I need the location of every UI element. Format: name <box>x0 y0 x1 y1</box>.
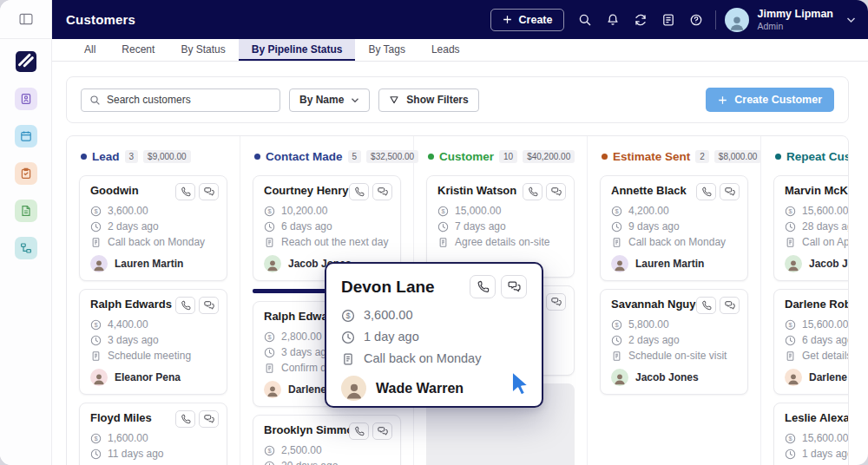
customer-card[interactable]: Savannah Nguyen $5,800.00 2 days ago Sch… <box>600 289 748 395</box>
help-icon[interactable] <box>684 8 708 32</box>
amount-icon: $ <box>785 206 796 217</box>
column-title: Customer <box>439 150 494 163</box>
clock-icon <box>90 221 102 232</box>
column-cards: Goodwin $3,600.00 2 days ago Call back o… <box>79 175 227 465</box>
note-icon <box>90 237 102 248</box>
avatar <box>785 369 802 386</box>
calendar-icon[interactable] <box>15 125 37 147</box>
phone-icon <box>354 187 365 197</box>
svg-text:$: $ <box>615 321 618 329</box>
customer-card[interactable]: Brooklyn Simmons $2,500.00 20 days ago <box>253 415 401 465</box>
phone-button[interactable] <box>349 422 369 440</box>
note-icon <box>264 237 275 248</box>
card-amount: 1,600.00 <box>108 431 148 445</box>
column-total-badge: $32,500.00 <box>366 150 418 163</box>
panel-toggle-icon[interactable] <box>14 7 38 31</box>
column-title: Lead <box>92 150 120 163</box>
amount-icon: $ <box>264 445 275 456</box>
note-icon <box>90 350 102 362</box>
amount-icon: $ <box>785 319 796 331</box>
phone-button[interactable] <box>696 183 716 200</box>
card-age: 1 day ago <box>364 329 419 345</box>
phone-button[interactable] <box>349 183 369 200</box>
chat-button[interactable] <box>720 183 740 200</box>
chat-button[interactable] <box>199 410 219 428</box>
contacts-icon[interactable] <box>15 88 37 110</box>
user-role: Admin <box>757 21 833 31</box>
customer-card[interactable]: Floyd Miles $1,600.00 11 days ago Agree … <box>79 403 227 465</box>
phone-button[interactable] <box>696 297 716 314</box>
create-customer-button[interactable]: Create Customer <box>706 88 834 112</box>
pipeline-column: Repeat Customer Marvin McKinney $15,600.… <box>761 136 849 465</box>
customer-card[interactable]: Goodwin $3,600.00 2 days ago Call back o… <box>79 175 227 281</box>
card-title: Darlene Robertson <box>785 298 849 311</box>
card-amount: 3,600.00 <box>108 204 148 218</box>
note-icon <box>785 237 796 248</box>
search-icon[interactable] <box>573 8 597 32</box>
avatar <box>785 255 802 272</box>
tab-by-tags[interactable]: By Tags <box>355 39 418 61</box>
svg-text:$: $ <box>94 435 97 442</box>
documents-icon[interactable] <box>15 200 37 222</box>
chat-button[interactable] <box>199 297 219 314</box>
card-note: Schedule on-site visit <box>628 349 727 363</box>
card-owner: Eleanor Pena <box>115 371 181 383</box>
phone-button[interactable] <box>470 275 496 298</box>
tab-all[interactable]: All <box>71 39 108 61</box>
tab-recent[interactable]: Recent <box>108 39 168 61</box>
tab-by-pipeline-status[interactable]: By Pipeline Status <box>239 39 356 61</box>
search-box <box>81 88 280 112</box>
amount-icon: $ <box>341 309 355 323</box>
amount-icon: $ <box>611 319 622 331</box>
customer-card[interactable]: Annette Black $4,200.00 9 days ago Call … <box>600 175 748 281</box>
chat-icon <box>378 187 388 197</box>
customer-card[interactable]: Ralph Edwards $4,400.00 3 days ago Sched… <box>79 289 227 395</box>
phone-button[interactable] <box>175 410 195 428</box>
svg-text:$: $ <box>345 311 350 320</box>
chat-icon <box>551 187 562 197</box>
chat-button[interactable] <box>720 297 740 314</box>
avatar <box>90 369 108 386</box>
amount-icon: $ <box>437 206 449 217</box>
sort-dropdown[interactable]: By Name <box>289 88 370 112</box>
customer-card[interactable]: Marvin McKinney $15,600.00 28 days ago C… <box>773 175 849 281</box>
svg-text:$: $ <box>267 447 271 455</box>
card-age: 9 days ago <box>628 219 680 233</box>
tasks-icon[interactable] <box>15 162 37 185</box>
card-age: 20 days ago <box>281 459 338 465</box>
tab-by-status[interactable]: By Status <box>168 39 238 61</box>
chat-button[interactable] <box>372 183 392 200</box>
form-icon[interactable] <box>656 8 681 32</box>
tab-leads[interactable]: Leads <box>418 39 473 61</box>
search-icon <box>89 95 101 106</box>
chat-icon <box>204 414 214 424</box>
column-count-badge: 3 <box>125 150 139 163</box>
phone-button[interactable] <box>523 183 542 200</box>
chat-button[interactable] <box>372 422 392 440</box>
pipeline-column: Lead 3 $9,000.00 Goodwin $3,600.00 2 day… <box>67 136 240 465</box>
chevron-down-icon <box>351 97 359 103</box>
sync-icon[interactable] <box>628 8 653 32</box>
phone-button[interactable] <box>175 183 195 200</box>
user-menu[interactable]: Jimmy Lipman Admin <box>725 8 856 32</box>
chat-button[interactable] <box>546 293 566 311</box>
show-filters-button[interactable]: Show Filters <box>378 88 478 112</box>
customer-card[interactable]: Leslie Alexander $15,600.00 1 days ago C… <box>773 403 849 465</box>
chat-button[interactable] <box>199 183 219 200</box>
avatar <box>611 369 628 386</box>
create-button[interactable]: Create <box>490 9 565 31</box>
chat-button[interactable] <box>546 183 566 200</box>
customer-card[interactable]: Darlene Robertson $15,600.00 6 days ago … <box>773 289 849 395</box>
phone-button[interactable] <box>175 297 195 314</box>
search-input[interactable] <box>107 94 272 106</box>
svg-text:$: $ <box>267 207 271 215</box>
card-amount: 15,600.00 <box>802 318 848 331</box>
card-age: 6 days ago <box>281 219 332 233</box>
note-icon <box>611 237 622 248</box>
column-header: Lead 3 $9,000.00 <box>81 150 227 163</box>
bell-icon[interactable] <box>601 8 625 32</box>
chat-button[interactable] <box>501 275 527 298</box>
amount-icon: $ <box>90 433 102 444</box>
card-amount: 3,600.00 <box>364 307 412 324</box>
pipeline-icon[interactable] <box>15 237 37 259</box>
